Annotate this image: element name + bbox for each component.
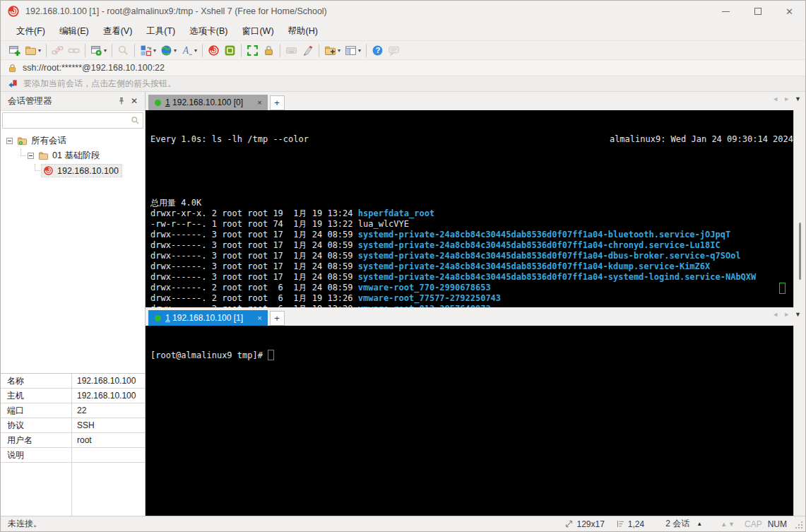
menu-help[interactable]: 帮助(H) xyxy=(281,23,325,40)
status-bar: 未连接。 129x17 1,24 2 会话▲ ▲▼ CAP NUM xyxy=(1,516,805,531)
tab-scroll-left-icon[interactable]: ◄ xyxy=(772,311,778,318)
disconnect-button[interactable] xyxy=(49,42,66,59)
toolbar-separator xyxy=(202,44,203,57)
toolbar-separator xyxy=(319,44,319,57)
tab-session-1[interactable]: 1 192.168.10.100 [1] × xyxy=(148,310,268,326)
terminal-output-line: 总用量 4.0K xyxy=(150,198,793,208)
tab-scroll-left-icon[interactable]: ◄ xyxy=(772,95,778,102)
fullscreen-button[interactable] xyxy=(244,42,261,59)
split-panes-button[interactable]: ▾ xyxy=(343,42,363,59)
help-button[interactable]: ? xyxy=(369,42,386,59)
terminal-output-line: drwx------. 2 root root 6 1月 19 13:26 vm… xyxy=(150,293,793,304)
address-bar[interactable]: ssh://root:******@192.168.10.100:22 xyxy=(1,59,805,76)
new-session-button[interactable] xyxy=(6,42,23,59)
dropdown-arrow-icon[interactable]: ▾ xyxy=(104,47,107,54)
tab-close-icon[interactable]: × xyxy=(247,314,261,322)
property-label: 说明 xyxy=(1,449,71,461)
xshell-logo-button[interactable] xyxy=(206,42,222,59)
property-value: 192.168.10.100 xyxy=(71,389,145,403)
tab-session-0[interactable]: 1 192.168.10.100 [0] × xyxy=(148,95,268,110)
split-panes-icon xyxy=(345,45,357,57)
tab-list-dropdown-icon[interactable]: ▼ xyxy=(795,95,801,102)
xftp-logo-button[interactable] xyxy=(222,42,238,59)
close-panel-icon[interactable]: ✕ xyxy=(128,95,141,107)
dropdown-arrow-icon[interactable]: ▾ xyxy=(38,47,41,54)
tree-folder-01[interactable]: 01 基础阶段 xyxy=(1,148,145,163)
terminal2-scrollbar[interactable] xyxy=(793,326,805,516)
lock-icon xyxy=(8,64,17,73)
pin-icon[interactable] xyxy=(115,95,128,107)
tab-scroll-right-icon[interactable]: ► xyxy=(783,95,790,102)
message-button[interactable] xyxy=(386,42,402,59)
terminal-output-line: -rw-r--r--. 1 root root 74 1月 19 13:22 l… xyxy=(150,219,793,230)
property-row: 名称192.168.10.100 xyxy=(1,374,145,389)
dropdown-arrow-icon[interactable]: ▾ xyxy=(338,47,340,54)
toolbar: ▾▾▾▾A▾▾▾? xyxy=(1,40,805,59)
tree-collapse-icon[interactable] xyxy=(6,138,13,144)
terminal-pane-1[interactable]: Every 1.0s: ls -lh /tmp --color almalinu… xyxy=(146,110,805,307)
property-row: 端口22 xyxy=(1,403,145,418)
highlight-pen-button[interactable] xyxy=(300,42,316,59)
session-count-button[interactable]: 2 会话▲ xyxy=(665,518,702,530)
dropdown-arrow-icon[interactable]: ▾ xyxy=(153,47,156,54)
new-tab-folder-button[interactable]: ▾ xyxy=(322,42,343,59)
new-session-icon xyxy=(8,45,20,57)
tab-list-dropdown-icon[interactable]: ▼ xyxy=(795,311,801,318)
menu-edit[interactable]: 编辑(E) xyxy=(52,23,96,40)
dropdown-arrow-icon[interactable]: ▾ xyxy=(174,47,177,54)
tab-scroll-right-icon[interactable]: ► xyxy=(783,311,790,318)
open-folder-button[interactable]: ▾ xyxy=(23,42,43,59)
xshell-logo-icon xyxy=(208,45,220,57)
dropdown-arrow-icon[interactable]: ▾ xyxy=(358,47,361,54)
tree-collapse-icon[interactable] xyxy=(28,153,34,159)
sessions-popup-caret-icon: ▲ xyxy=(697,521,702,527)
new-tab-button[interactable]: + xyxy=(270,95,285,110)
menu-tabs[interactable]: 选项卡(B) xyxy=(182,23,235,40)
pane-switch-arrows[interactable]: ▲▼ xyxy=(721,521,736,528)
maximize-button[interactable] xyxy=(742,1,774,22)
xftp-logo-icon xyxy=(224,45,236,57)
toolbar-separator xyxy=(366,44,367,57)
minimize-button[interactable] xyxy=(710,1,742,22)
property-value: SSH xyxy=(71,418,145,432)
terminal1-cursor xyxy=(779,283,786,294)
new-tab-button[interactable]: + xyxy=(270,311,285,326)
lock-button[interactable] xyxy=(261,42,277,59)
property-label: 用户名 xyxy=(1,435,71,447)
session-manager-panel: 会话管理器 ✕ 所有会话01 基础阶段192.168.10.100 名称192.… xyxy=(1,92,146,516)
reconnect-button[interactable] xyxy=(66,42,82,59)
message-icon xyxy=(388,45,400,57)
menu-file[interactable]: 文件(F) xyxy=(9,23,52,40)
search-icon xyxy=(131,116,140,125)
title-bar[interactable]: 192.168.10.100 [1] - root@almalinux9:/tm… xyxy=(1,1,805,22)
compose-button[interactable]: ▾ xyxy=(138,42,158,59)
font-icon: A xyxy=(181,45,193,57)
session-properties-button[interactable]: ▾ xyxy=(88,42,109,59)
terminal1-scrollbar-thumb[interactable] xyxy=(799,223,801,280)
terminal1-scrollbar[interactable] xyxy=(793,110,805,307)
window-title: 192.168.10.100 [1] - root@almalinux9:/tm… xyxy=(25,6,710,16)
menu-window[interactable]: 窗口(W) xyxy=(235,23,280,40)
font-button[interactable]: A▾ xyxy=(179,42,199,59)
terminal-output-line: drwx------. 3 root root 17 1月 24 08:59 s… xyxy=(150,230,793,240)
tab-close-icon[interactable]: × xyxy=(247,98,261,107)
toolbar-separator xyxy=(112,44,112,57)
dropdown-arrow-icon[interactable]: ▾ xyxy=(194,47,197,54)
close-button[interactable]: ✕ xyxy=(774,1,805,22)
session-search-box[interactable] xyxy=(2,112,143,129)
new-tab-folder-icon xyxy=(324,45,336,57)
resize-grip[interactable] xyxy=(794,520,802,528)
terminal-pane-2[interactable]: [root@almalinux9 tmp]# xyxy=(146,326,805,516)
keyboard-button[interactable] xyxy=(283,42,300,59)
tree-all-sessions[interactable]: 所有会话 xyxy=(1,134,145,148)
keyboard-icon xyxy=(285,45,297,57)
session-manager-header: 会话管理器 ✕ xyxy=(1,92,145,111)
menu-tools[interactable]: 工具(T) xyxy=(139,23,182,40)
encoding-globe-button[interactable]: ▾ xyxy=(158,42,179,59)
tree-session-192-168-10-100[interactable]: 192.168.10.100 xyxy=(1,163,145,178)
menu-view[interactable]: 查看(V) xyxy=(96,23,140,40)
session-search-input[interactable] xyxy=(3,113,131,128)
find-button[interactable] xyxy=(115,42,131,59)
tree-item-label: 192.168.10.100 xyxy=(57,166,119,176)
compose-icon xyxy=(140,45,152,57)
